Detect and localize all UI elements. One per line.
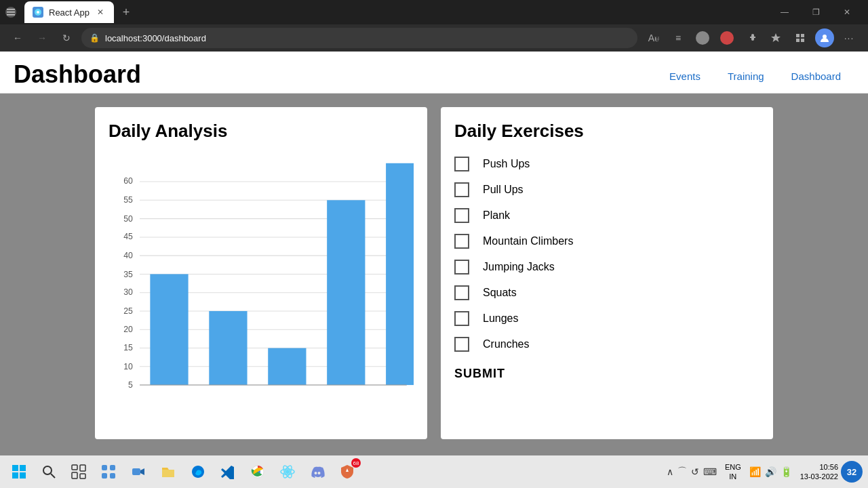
sound-icon[interactable]: 🔊 xyxy=(765,466,776,477)
maximize-button[interactable]: ❐ xyxy=(800,1,831,23)
language-indicator[interactable]: ENG IN xyxy=(725,462,741,482)
start-button[interactable] xyxy=(5,458,33,485)
svg-rect-53 xyxy=(110,473,115,479)
sidebar-toggle[interactable] xyxy=(5,7,16,18)
forward-button[interactable]: → xyxy=(33,28,52,47)
svg-rect-2 xyxy=(7,14,15,16)
svg-text:5: 5 xyxy=(128,380,133,390)
more-options-icon[interactable]: ··· xyxy=(838,27,860,49)
exercise-checkbox-mountain-climbers[interactable] xyxy=(454,234,469,249)
chrome-icon[interactable] xyxy=(244,458,271,485)
list-item: Plank xyxy=(454,204,760,227)
exercise-checkbox-pushups[interactable] xyxy=(454,157,469,171)
exercise-label-squats: Squats xyxy=(483,287,517,299)
system-tray: ∧ ⌒ ↺ ⌨ xyxy=(661,458,722,485)
svg-rect-40 xyxy=(12,465,18,471)
list-item: Push Ups xyxy=(454,152,760,176)
svg-text:20: 20 xyxy=(123,325,133,334)
browser-icon-2[interactable] xyxy=(716,27,738,49)
svg-point-57 xyxy=(285,470,290,474)
favorites-icon[interactable] xyxy=(765,27,787,49)
profile-avatar[interactable] xyxy=(814,27,835,49)
list-item: Pull Ups xyxy=(454,178,760,201)
exercise-label-pushups: Push Ups xyxy=(483,158,530,170)
tray-icon-3[interactable]: ↺ xyxy=(691,466,699,477)
svg-text:30: 30 xyxy=(123,287,133,297)
url-bar[interactable]: 🔒 localhost:3000/dashboard xyxy=(81,28,637,48)
discord-icon[interactable] xyxy=(304,458,331,485)
nav-dashboard[interactable]: Dashboard xyxy=(791,70,841,82)
task-view-icon[interactable] xyxy=(65,458,92,485)
exercise-list: Push Ups Pull Ups Plank Mountain Climber… xyxy=(454,152,760,356)
read-aloud-icon[interactable]: Aᵾ xyxy=(643,27,665,49)
list-item: Crunches xyxy=(454,333,760,356)
exercise-label-jumping-jacks: Jumping Jacks xyxy=(483,261,555,273)
back-button[interactable]: ← xyxy=(8,28,27,47)
svg-rect-34 xyxy=(150,274,188,385)
svg-rect-38 xyxy=(386,163,414,385)
browser-icon-1[interactable] xyxy=(692,27,713,49)
exercise-checkbox-crunches[interactable] xyxy=(454,337,469,352)
exercise-checkbox-squats[interactable] xyxy=(454,285,469,300)
wifi-icon[interactable]: 📶 xyxy=(749,466,761,477)
toolbar-icons: Aᵾ ≡ xyxy=(643,27,860,49)
svg-rect-0 xyxy=(7,9,15,10)
exercise-checkbox-pullups[interactable] xyxy=(454,182,469,197)
exercises-panel: Daily Exercises Push Ups Pull Ups Plank … xyxy=(441,107,773,439)
refresh-button[interactable]: ↻ xyxy=(57,28,76,47)
list-item: Squats xyxy=(454,281,760,304)
svg-rect-42 xyxy=(12,472,18,479)
exercise-label-pullups: Pull Ups xyxy=(483,184,524,196)
react-icon[interactable] xyxy=(274,458,301,485)
taskbar-clock[interactable]: 10:56 13-03-2022 xyxy=(800,462,838,482)
vscode-icon[interactable] xyxy=(214,458,241,485)
tray-arrow-icon[interactable]: ∧ xyxy=(667,466,673,477)
date-text: 13-03-2022 xyxy=(800,472,838,481)
search-taskbar-icon[interactable] xyxy=(35,458,62,485)
svg-text:15: 15 xyxy=(123,343,133,352)
nav-training[interactable]: Training xyxy=(728,70,764,82)
tray-icon-2[interactable]: ⌒ xyxy=(677,466,687,478)
brave-icon[interactable]: 68 xyxy=(334,458,361,485)
svg-rect-8 xyxy=(801,39,804,42)
reading-view-icon[interactable]: ≡ xyxy=(667,27,689,49)
exercise-checkbox-plank[interactable] xyxy=(454,208,469,223)
time-text: 10:56 xyxy=(819,462,838,472)
chart-title: Daily Analysis xyxy=(108,121,414,142)
extensions-icon[interactable] xyxy=(741,27,762,49)
submit-button[interactable]: SUBMIT xyxy=(454,364,505,384)
new-tab-button[interactable]: + xyxy=(117,3,136,22)
app-content: Dashboard Events Training Dashboard Dail… xyxy=(0,52,868,455)
taskbar-avatar[interactable]: 32 xyxy=(841,461,863,483)
svg-point-44 xyxy=(43,466,52,474)
edge-icon[interactable] xyxy=(184,458,212,485)
meet-icon[interactable] xyxy=(125,458,152,485)
chart-svg: 5 10 15 20 25 30 xyxy=(108,152,414,430)
list-item: Lunges xyxy=(454,307,760,330)
active-tab[interactable]: React App ✕ xyxy=(24,1,114,23)
file-explorer-icon[interactable] xyxy=(155,458,182,485)
svg-rect-48 xyxy=(80,465,85,471)
svg-text:50: 50 xyxy=(123,214,133,224)
keyboard-icon[interactable]: ⌨ xyxy=(703,466,717,477)
svg-rect-36 xyxy=(268,348,306,386)
taskbar: 68 ∧ ⌒ ↺ ⌨ ENG IN 📶 🔊 🔋 10:56 13-03-2022… xyxy=(0,455,868,488)
exercise-checkbox-jumping-jacks[interactable] xyxy=(454,260,469,274)
collections-icon[interactable] xyxy=(789,27,811,49)
tab-close-button[interactable]: ✕ xyxy=(95,7,106,18)
battery-icon[interactable]: 🔋 xyxy=(781,466,792,477)
lang-text: ENG xyxy=(725,462,741,472)
close-button[interactable]: ✕ xyxy=(831,1,863,23)
url-text: localhost:3000/dashboard xyxy=(105,33,206,43)
svg-rect-7 xyxy=(796,39,800,42)
browser-controls-left xyxy=(5,7,16,18)
widgets-icon[interactable] xyxy=(95,458,122,485)
nav-events[interactable]: Events xyxy=(669,70,701,82)
exercise-checkbox-lunges[interactable] xyxy=(454,311,469,326)
svg-rect-1 xyxy=(7,12,15,13)
svg-rect-6 xyxy=(801,34,804,37)
main-area: Daily Analysis 5 10 15 xyxy=(0,94,868,455)
taskbar-left: 68 xyxy=(5,458,361,485)
svg-rect-35 xyxy=(209,311,247,385)
minimize-button[interactable]: — xyxy=(769,1,800,23)
